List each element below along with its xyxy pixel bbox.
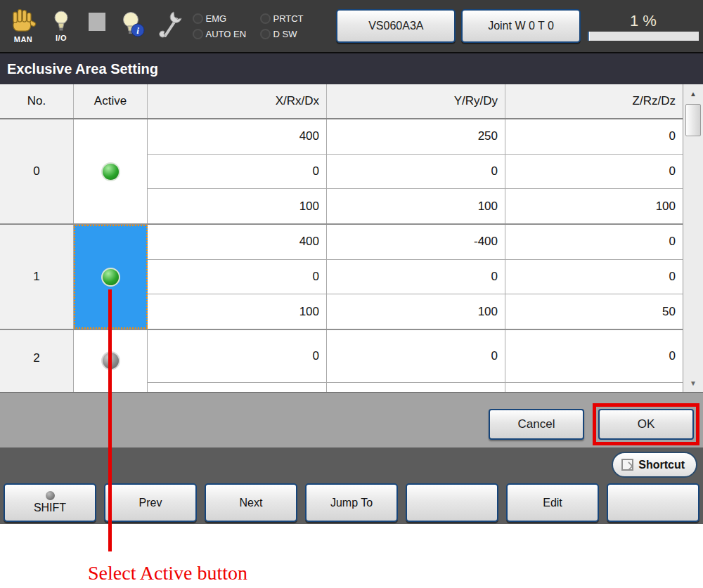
function-key-bar: SHIFTPrevNextJump ToEdit xyxy=(0,482,703,524)
teach-pendant-screen: MAN I/O i xyxy=(0,0,703,588)
vertical-scrollbar[interactable]: ▲ ▼ xyxy=(683,84,703,392)
function-button-next[interactable]: Next xyxy=(205,483,297,522)
value-cell[interactable]: 0 xyxy=(327,383,505,393)
value-cell[interactable]: 0 xyxy=(148,383,327,393)
dialog-button-band: Cancel OK xyxy=(0,392,703,447)
value-cell[interactable]: 100 xyxy=(505,189,683,223)
value-cell[interactable]: 0 xyxy=(505,260,683,294)
speed-value: 1 % xyxy=(588,12,699,30)
annotation-label: Select Active button xyxy=(88,562,247,584)
scroll-down-arrow-icon[interactable]: ▼ xyxy=(683,375,703,391)
status-lamp-d-sw: D SW xyxy=(260,27,328,41)
value-cell[interactable]: 100 xyxy=(148,189,327,223)
hand-icon xyxy=(9,8,37,37)
value-cell[interactable]: 100 xyxy=(148,294,327,329)
scrollbar-thumb[interactable] xyxy=(685,104,701,136)
wrench-icon xyxy=(157,9,185,43)
function-key-area: Shortcut SHIFTPrevNextJump ToEdit xyxy=(0,447,703,524)
shortcut-button[interactable]: Shortcut xyxy=(612,452,697,478)
speed-progress-fill xyxy=(588,32,590,41)
value-cell[interactable]: 250 xyxy=(327,119,505,154)
value-cell[interactable]: -400 xyxy=(327,225,505,259)
function-button-label: SHIFT xyxy=(34,502,66,514)
lamp-dot-icon xyxy=(193,13,203,24)
function-button-prev[interactable]: Prev xyxy=(104,483,197,522)
shortcut-pencil-icon xyxy=(621,459,633,471)
ok-button-highlight-box: OK xyxy=(593,403,699,445)
status-info-button[interactable]: i xyxy=(119,11,147,41)
table-row-0: 04002500000100100100 xyxy=(0,119,683,225)
function-button-label: Prev xyxy=(139,497,162,509)
table-body: 040025000001001001001400-400000010010050… xyxy=(0,119,683,392)
value-cell[interactable]: 0 xyxy=(505,119,683,154)
table-row-2: 2000000 xyxy=(0,330,683,392)
active-cell[interactable] xyxy=(74,119,148,223)
value-cell[interactable]: 0 xyxy=(327,155,505,189)
speed-progress-bar xyxy=(588,32,699,41)
page-title: Exclusive Area Setting xyxy=(7,61,158,77)
value-cell[interactable]: 0 xyxy=(148,155,327,189)
manual-mode-button[interactable]: MAN xyxy=(9,8,37,44)
value-cell[interactable]: 0 xyxy=(148,260,327,294)
status-lamp-prtct: PRTCT xyxy=(260,11,328,25)
header-z-rz-dz: Z/Rz/Dz xyxy=(505,84,683,118)
row-number-cell: 0 xyxy=(0,119,74,223)
svg-text:i: i xyxy=(137,25,140,36)
info-bulb-icon: i xyxy=(120,11,146,41)
value-cell[interactable]: 0 xyxy=(505,155,683,189)
io-monitor-label: I/O xyxy=(56,34,67,42)
function-button-edit[interactable]: Edit xyxy=(506,483,599,522)
function-button-label: Next xyxy=(240,497,263,509)
lamp-dot-icon xyxy=(193,29,203,39)
manual-mode-label: MAN xyxy=(14,35,33,44)
value-cell[interactable]: 0 xyxy=(327,330,505,382)
value-cell[interactable]: 0 xyxy=(505,383,683,393)
ok-button[interactable]: OK xyxy=(598,409,694,440)
cancel-button[interactable]: Cancel xyxy=(489,409,584,440)
value-cell[interactable]: 100 xyxy=(327,189,505,223)
active-led-on-icon[interactable] xyxy=(101,162,120,181)
coordinate-mode-button[interactable]: Joint W 0 T 0 xyxy=(461,9,581,43)
shift-led-icon xyxy=(46,491,55,500)
function-button-shift[interactable]: SHIFT xyxy=(4,483,96,522)
function-button-label: Jump To xyxy=(330,497,373,509)
scroll-up-arrow-icon[interactable]: ▲ xyxy=(683,86,703,101)
lamp-label: EMG xyxy=(205,13,226,24)
header-y-ry-dy: Y/Ry/Dy xyxy=(327,84,505,118)
robot-select-button[interactable]: VS060A3A xyxy=(336,9,456,43)
status-lamp-emg: EMG xyxy=(193,11,260,25)
stop-square-icon[interactable] xyxy=(89,13,105,31)
function-button-label: Edit xyxy=(543,497,562,509)
exclusive-area-table: No. Active X/Rx/Dx Y/Ry/Dy Z/Rz/Dz 04002… xyxy=(0,84,703,392)
value-cell[interactable]: 0 xyxy=(505,330,683,382)
header-active: Active xyxy=(74,84,148,118)
value-cell[interactable]: 0 xyxy=(505,225,683,259)
table-row-1: 1400-400000010010050 xyxy=(0,225,683,330)
row-number-cell: 2 xyxy=(0,330,74,392)
active-led-on-icon[interactable] xyxy=(101,268,120,287)
value-cell[interactable]: 100 xyxy=(327,294,505,329)
speed-indicator: 1 % xyxy=(588,12,699,41)
value-cell[interactable]: 50 xyxy=(505,294,683,329)
lamp-label: AUTO EN xyxy=(205,29,246,39)
maintenance-wrench-button[interactable] xyxy=(157,9,185,43)
value-cell[interactable]: 400 xyxy=(148,225,327,259)
header-x-rx-dx: X/Rx/Dx xyxy=(148,84,327,118)
lamp-dot-icon xyxy=(260,13,271,24)
io-monitor-button[interactable]: I/O xyxy=(47,10,75,42)
function-button-jump-to[interactable]: Jump To xyxy=(305,483,398,522)
function-button-blank[interactable] xyxy=(607,483,699,522)
annotation-pointer-line xyxy=(108,289,112,551)
top-toolbar: MAN I/O i xyxy=(0,0,703,53)
function-button-blank[interactable] xyxy=(406,483,498,522)
status-lamp-auto-en: AUTO EN xyxy=(193,27,260,41)
value-cell[interactable]: 400 xyxy=(148,119,327,154)
annotation-area: Select Active button xyxy=(0,524,703,588)
lamp-label: PRTCT xyxy=(273,13,303,24)
value-cell[interactable]: 0 xyxy=(148,330,327,382)
lamp-label: D SW xyxy=(273,29,297,39)
status-lamps: EMGPRTCTAUTO END SW xyxy=(193,11,328,41)
value-cell[interactable]: 0 xyxy=(327,260,505,294)
dialog-title-bar: Exclusive Area Setting xyxy=(0,53,703,84)
table-header-row: No. Active X/Rx/Dx Y/Ry/Dy Z/Rz/Dz xyxy=(0,84,683,119)
